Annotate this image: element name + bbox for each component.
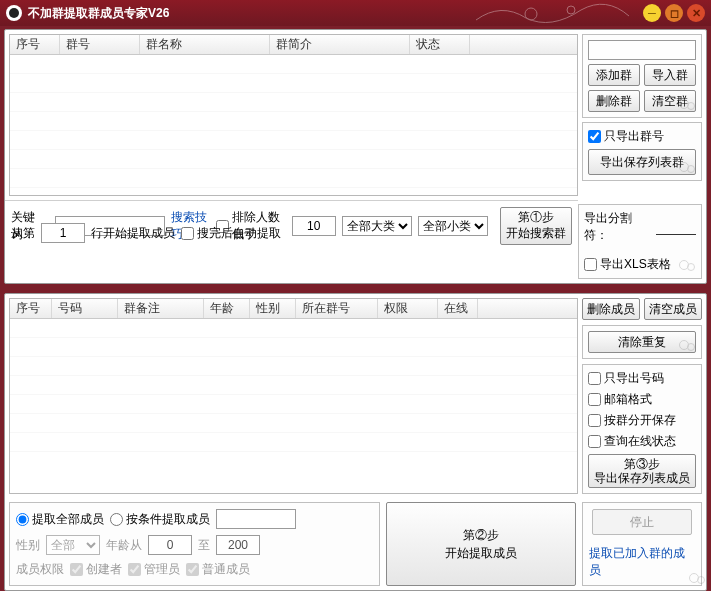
column-header[interactable]: 年龄 xyxy=(204,299,250,318)
svg-point-1 xyxy=(567,6,575,14)
column-header[interactable]: 群名称 xyxy=(140,35,270,54)
column-header[interactable]: 群简介 xyxy=(270,35,410,54)
window-controls: ─ ◻ ✕ xyxy=(643,4,705,22)
column-header[interactable]: 群号 xyxy=(60,35,140,54)
import-group-button[interactable]: 导入群 xyxy=(644,64,696,86)
add-group-button[interactable]: 添加群 xyxy=(588,64,640,86)
export-sep-label: 导出分割符： xyxy=(584,210,650,244)
stop-box: 停止 提取已加入群的成员 xyxy=(582,502,702,586)
stop-button[interactable]: 停止 xyxy=(592,509,692,535)
clear-member-button[interactable]: 清空成员 xyxy=(644,298,702,320)
group-id-input[interactable] xyxy=(588,40,696,60)
member-grid[interactable]: 序号号码群备注年龄性别所在群号权限在线 xyxy=(9,298,578,494)
step3-export-button[interactable]: 第③步导出保存列表成员 xyxy=(588,454,696,488)
extract-cond-input[interactable] xyxy=(216,509,296,529)
delete-member-button[interactable]: 删除成员 xyxy=(582,298,640,320)
export-xls-checkbox[interactable]: 导出XLS表格 xyxy=(584,256,696,273)
member-side-panel: 删除成员 清空成员 清除重复 只导出号码 邮箱格式 按群分开保存 查询在线状态 … xyxy=(582,298,702,494)
column-header[interactable]: 状态 xyxy=(410,35,470,54)
start-extract-label: 行开始提取成员 xyxy=(91,225,175,242)
column-header[interactable]: 群备注 xyxy=(118,299,204,318)
top-panel: 序号群号群名称群简介状态 添加群 导入群 删除群 清空群 只导出群号 导出保存列… xyxy=(4,29,707,284)
save-by-group-checkbox[interactable]: 按群分开保存 xyxy=(588,412,696,429)
extract-all-radio[interactable]: 提取全部成员 xyxy=(16,511,104,528)
group-side-panel: 添加群 导入群 删除群 清空群 只导出群号 导出保存列表群 xyxy=(582,34,702,196)
titlebar: 不加群提取群成员专家V26 ─ ◻ ✕ xyxy=(0,0,711,26)
group-grid-header: 序号群号群名称群简介状态 xyxy=(10,35,577,55)
gender-select: 全部 xyxy=(46,535,100,555)
titlebar-decoration xyxy=(471,0,631,26)
age-from-label: 年龄从 xyxy=(106,537,142,554)
group-grid-body[interactable] xyxy=(10,55,577,195)
export-sep-input[interactable] xyxy=(656,219,696,235)
dedupe-button[interactable]: 清除重复 xyxy=(588,331,696,353)
column-header[interactable]: 性别 xyxy=(250,299,296,318)
app-icon xyxy=(6,5,22,21)
group-grid[interactable]: 序号群号群名称群简介状态 xyxy=(9,34,578,196)
perm-normal-checkbox: 普通成员 xyxy=(186,561,250,578)
svg-point-0 xyxy=(525,8,537,20)
query-online-checkbox[interactable]: 查询在线状态 xyxy=(588,433,696,450)
filter-bar: 关键词： 搜索技巧 排除人数低于 全部大类 全部小类 第①步开始搜索群 从第 行… xyxy=(5,200,578,283)
from-label: 从第 xyxy=(11,225,35,242)
only-export-number-checkbox[interactable]: 只导出号码 xyxy=(588,370,696,387)
auto-after-search-checkbox[interactable]: 搜完后自动提取 xyxy=(181,225,281,242)
column-header[interactable]: 权限 xyxy=(378,299,438,318)
column-header[interactable]: 所在群号 xyxy=(296,299,378,318)
window-title: 不加群提取群成员专家V26 xyxy=(28,5,169,22)
age-to-label: 至 xyxy=(198,537,210,554)
member-grid-body[interactable] xyxy=(10,319,577,459)
column-header[interactable]: 序号 xyxy=(10,35,60,54)
only-export-groupid-checkbox[interactable]: 只导出群号 xyxy=(588,128,696,145)
column-header[interactable]: 号码 xyxy=(52,299,118,318)
bottom-panel: 序号号码群备注年龄性别所在群号权限在线 删除成员 清空成员 清除重复 只导出号码… xyxy=(4,293,707,591)
delete-group-button[interactable]: 删除群 xyxy=(588,90,640,112)
extract-options: 提取全部成员 按条件提取成员 性别 全部 年龄从 至 成员权限 创建者 管理员 … xyxy=(9,502,380,586)
clear-group-button[interactable]: 清空群 xyxy=(644,90,696,112)
export-save-list-group-button[interactable]: 导出保存列表群 xyxy=(588,149,696,175)
maximize-button[interactable]: ◻ xyxy=(665,4,683,22)
age-hi-input xyxy=(216,535,260,555)
extract-bycond-radio[interactable]: 按条件提取成员 xyxy=(110,511,210,528)
column-header[interactable]: 在线 xyxy=(438,299,478,318)
extract-joined-link[interactable]: 提取已加入群的成员 xyxy=(589,545,695,579)
perm-label: 成员权限 xyxy=(16,561,64,578)
column-header[interactable]: 序号 xyxy=(10,299,52,318)
member-grid-header: 序号号码群备注年龄性别所在群号权限在线 xyxy=(10,299,577,319)
minimize-button[interactable]: ─ xyxy=(643,4,661,22)
gender-label: 性别 xyxy=(16,537,40,554)
age-lo-input xyxy=(148,535,192,555)
perm-admin-checkbox: 管理员 xyxy=(128,561,180,578)
perm-creator-checkbox: 创建者 xyxy=(70,561,122,578)
step2-extract-button[interactable]: 第②步开始提取成员 xyxy=(386,502,576,586)
from-row-input[interactable] xyxy=(41,223,85,243)
close-button[interactable]: ✕ xyxy=(687,4,705,22)
mail-format-checkbox[interactable]: 邮箱格式 xyxy=(588,391,696,408)
